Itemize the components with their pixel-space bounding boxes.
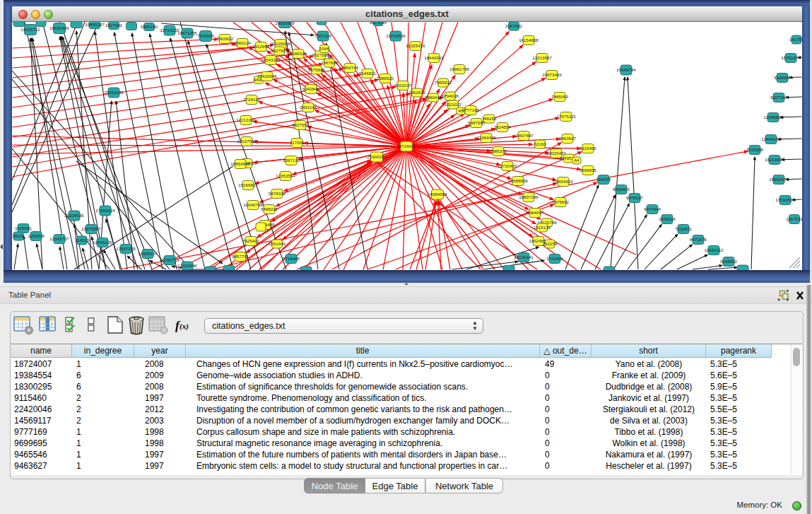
svg-text:10973493: 10973493	[542, 72, 562, 77]
svg-text:15226058: 15226058	[271, 41, 290, 46]
svg-text:18807249: 18807249	[519, 194, 539, 199]
svg-text:9463627: 9463627	[559, 136, 577, 141]
svg-text:12323446: 12323446	[177, 263, 197, 268]
svg-text:9227343: 9227343	[770, 95, 788, 100]
svg-text:8990448: 8990448	[425, 95, 442, 100]
svg-text:8813054: 8813054	[370, 22, 387, 25]
svg-text:164095: 164095	[596, 177, 611, 182]
svg-text:10958107: 10958107	[138, 251, 158, 256]
svg-text:9327503: 9327503	[271, 48, 288, 53]
svg-text:746266: 746266	[482, 116, 497, 121]
svg-text:2803144: 2803144	[300, 105, 317, 110]
svg-text:8322037: 8322037	[394, 83, 412, 88]
svg-text:6479197: 6479197	[626, 195, 644, 200]
svg-text:12342737: 12342737	[49, 236, 69, 241]
svg-text:18640910: 18640910	[424, 55, 444, 60]
svg-text:15720407: 15720407	[498, 163, 517, 168]
svg-text:9777169: 9777169	[462, 107, 480, 112]
svg-text:1615132: 1615132	[534, 225, 551, 230]
svg-text:114519: 114519	[75, 238, 90, 243]
svg-text:9327508: 9327508	[312, 52, 329, 57]
svg-text:10107552: 10107552	[237, 139, 257, 144]
svg-text:7625402: 7625402	[242, 238, 260, 243]
svg-text:17359924: 17359924	[95, 208, 115, 213]
svg-text:10655267: 10655267	[85, 22, 105, 27]
svg-text:9329966: 9329966	[774, 75, 792, 80]
svg-text:14055712: 14055712	[20, 27, 40, 32]
svg-text:16648784: 16648784	[616, 67, 636, 72]
svg-text:7357224: 7357224	[314, 33, 332, 38]
svg-text:16854988: 16854988	[230, 161, 250, 166]
svg-text:10025453: 10025453	[546, 151, 566, 156]
svg-text:3267130: 3267130	[283, 158, 300, 163]
svg-text:14136141: 14136141	[514, 255, 534, 259]
svg-text:1435061: 1435061	[15, 226, 33, 230]
svg-text:1588520: 1588520	[377, 76, 394, 81]
svg-text:1975692: 1975692	[552, 199, 570, 204]
svg-text:17975115: 17975115	[556, 114, 576, 119]
svg-text:1167533: 1167533	[786, 216, 802, 221]
svg-text:22420046: 22420046	[257, 74, 277, 78]
svg-text:417006: 417006	[290, 140, 305, 145]
svg-text:10046788: 10046788	[243, 202, 263, 207]
svg-text:15692971: 15692971	[769, 177, 789, 182]
svg-text:9474444: 9474444	[644, 206, 661, 211]
svg-text:5675685: 5675685	[308, 67, 326, 72]
svg-text:9242848: 9242848	[302, 86, 320, 91]
svg-text:12505135: 12505135	[93, 240, 112, 245]
svg-text:8660124: 8660124	[234, 40, 252, 45]
svg-text:9084067: 9084067	[526, 210, 544, 215]
svg-text:6466160: 6466160	[141, 24, 158, 29]
svg-text:6794028: 6794028	[442, 93, 459, 98]
svg-text:8471676: 8471676	[690, 237, 707, 242]
svg-text:7632621: 7632621	[675, 226, 693, 231]
svg-text:16782759: 16782759	[160, 257, 180, 262]
svg-text:1156829: 1156829	[28, 233, 45, 238]
svg-text:8186328: 8186328	[290, 51, 307, 56]
svg-text:1621022: 1621022	[445, 102, 462, 107]
svg-text:1691440: 1691440	[269, 241, 286, 246]
svg-text:7663822: 7663822	[216, 36, 234, 41]
svg-text:12444156: 12444156	[761, 136, 781, 141]
svg-text:25300263: 25300263	[367, 154, 387, 159]
svg-text:2935114: 2935114	[659, 216, 676, 221]
svg-text:1733426: 1733426	[546, 256, 564, 261]
svg-text:6497568: 6497568	[468, 120, 486, 125]
svg-text:16961758: 16961758	[449, 66, 469, 71]
svg-text:17010504: 17010504	[775, 197, 795, 202]
svg-text:19654923: 19654923	[553, 179, 573, 184]
svg-text:10807487: 10807487	[514, 133, 534, 138]
svg-text:10719155: 10719155	[160, 28, 180, 33]
svg-text:16671355: 16671355	[177, 30, 197, 35]
svg-text:39154: 39154	[12, 233, 25, 238]
svg-text:8427552: 8427552	[292, 122, 310, 127]
svg-text:9245652: 9245652	[720, 259, 738, 264]
svg-text:3215958: 3215958	[746, 147, 764, 152]
svg-text:1362615: 1362615	[408, 90, 426, 95]
svg-text:23975867: 23975867	[81, 226, 101, 231]
svg-text:2718120: 2718120	[243, 97, 261, 102]
svg-text:9699695: 9699695	[579, 168, 597, 173]
svg-text:20206536: 20206536	[64, 213, 84, 218]
svg-text:(x): (x)	[180, 322, 189, 331]
svg-text:16210645: 16210645	[765, 157, 784, 162]
svg-text:16033809: 16033809	[275, 22, 295, 25]
svg-text:7955812: 7955812	[435, 80, 452, 85]
svg-text:12213967: 12213967	[532, 55, 552, 60]
svg-text:252254: 252254	[543, 241, 558, 246]
svg-text:1716485: 1716485	[283, 256, 300, 261]
svg-text:9146821: 9146821	[359, 71, 377, 76]
svg-text:1527602: 1527602	[105, 23, 123, 28]
svg-text:16154808: 16154808	[519, 37, 539, 42]
svg-text:16543382: 16543382	[261, 57, 281, 62]
svg-text:15751074: 15751074	[781, 55, 801, 60]
svg-text:3624554: 3624554	[494, 124, 512, 129]
svg-text:2687682: 2687682	[505, 23, 523, 28]
svg-text:10654112: 10654112	[704, 247, 724, 252]
svg-text:10688609: 10688609	[508, 178, 528, 183]
svg-text:18724007: 18724007	[396, 144, 416, 148]
svg-text:9457791: 9457791	[232, 254, 249, 259]
svg-text:12213369: 12213369	[236, 117, 256, 122]
svg-text:17957255: 17957255	[116, 246, 136, 251]
svg-text:19166827: 19166827	[238, 182, 258, 187]
